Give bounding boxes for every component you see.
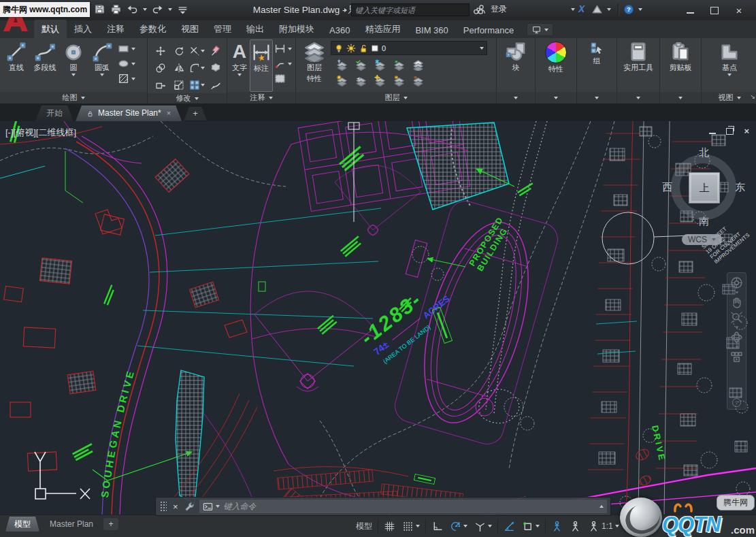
stretch-button[interactable] — [151, 76, 169, 93]
fillet-button[interactable] — [188, 59, 206, 76]
object-snap-tracking-button[interactable] — [500, 517, 519, 535]
a360-caret-icon[interactable] — [607, 8, 611, 11]
sign-in-area[interactable]: 登录 — [476, 3, 575, 15]
maximize-icon[interactable] — [710, 7, 719, 14]
tab-view[interactable]: 视图 — [174, 20, 206, 38]
sign-in-label[interactable]: 登录 — [491, 3, 507, 15]
annotation-panel-label[interactable]: 注释 — [227, 92, 295, 103]
erase-button[interactable] — [206, 42, 225, 59]
ribbon-display-toggle[interactable] — [527, 23, 553, 36]
linear-dimension-button[interactable] — [274, 43, 292, 54]
viewcube-north[interactable]: 北 — [699, 146, 709, 159]
hatch-button[interactable] — [118, 73, 135, 84]
viewcube-east[interactable]: 东 — [735, 181, 745, 194]
file-tab-start[interactable]: 开始 — [35, 105, 73, 121]
circle-caret-icon[interactable] — [71, 74, 76, 76]
group-button[interactable]: 组 — [582, 39, 611, 92]
redo-icon[interactable] — [152, 3, 163, 15]
help-caret-icon[interactable] — [638, 8, 642, 11]
layer-states-icon[interactable] — [412, 59, 424, 71]
drawing-close-icon[interactable]: × — [744, 128, 749, 135]
command-line[interactable]: × — [155, 497, 611, 516]
leader-button[interactable] — [274, 58, 292, 69]
layer-match-icon[interactable] — [355, 59, 367, 71]
layer-current-icon[interactable] — [355, 75, 367, 86]
model-space-canvas[interactable]: SOUHEGAN DRIVE — [0, 121, 756, 515]
viewcube-top-face[interactable]: 上 — [689, 172, 720, 204]
modify-panel-label[interactable]: 修改 — [148, 93, 227, 103]
arc-button[interactable]: 圆弧 — [88, 39, 116, 92]
minimize-icon[interactable] — [687, 12, 694, 14]
utilities-button[interactable]: 实用工具 — [619, 39, 657, 92]
explode-button[interactable] — [206, 59, 225, 76]
text-caret-icon[interactable] — [237, 74, 242, 76]
line-button[interactable]: 直线 — [2, 39, 31, 92]
model-space-button[interactable]: 模型 — [352, 517, 376, 535]
base-point-button[interactable]: 基点 — [715, 39, 744, 92]
redo-dropdown-caret-icon[interactable] — [168, 8, 172, 11]
layer-thaw-all-icon[interactable] — [374, 75, 386, 86]
annotation-visibility-button[interactable] — [548, 517, 566, 535]
trim-button[interactable] — [188, 42, 206, 59]
a360-connectivity-icon[interactable] — [591, 3, 603, 15]
ortho-button[interactable] — [428, 517, 446, 535]
draw-panel-label[interactable]: 绘图 — [0, 92, 147, 103]
command-history-caret-icon[interactable] — [599, 505, 604, 508]
viewcube-south[interactable]: 南 — [699, 215, 709, 228]
undo-icon[interactable] — [127, 3, 138, 15]
annotation-scale-button[interactable]: 1:1 — [585, 517, 623, 535]
layer-select[interactable]: 0 — [331, 41, 487, 55]
tab-annotate[interactable]: 注释 — [99, 20, 132, 38]
new-drawing-tab-button[interactable]: + — [184, 107, 207, 120]
base-point-caret-icon[interactable] — [727, 74, 732, 76]
blocks-panel-label[interactable] — [497, 92, 535, 103]
tab-insert[interactable]: 插入 — [67, 20, 99, 38]
dimension-button[interactable]: 标注 — [250, 39, 273, 92]
layer-off-icon[interactable] — [336, 75, 348, 86]
blocks-button[interactable]: 块 — [502, 39, 530, 92]
search-input[interactable] — [351, 3, 470, 16]
layer-unlock2-icon[interactable] — [393, 75, 405, 86]
rotate-button[interactable] — [169, 42, 188, 59]
orbit-caret-icon[interactable] — [735, 346, 738, 348]
zoom-extents-icon[interactable] — [730, 311, 743, 324]
wcs-menu[interactable]: WCS — [682, 234, 722, 245]
command-customize-icon[interactable] — [184, 502, 195, 512]
recent-commands-caret-icon[interactable] — [216, 505, 220, 508]
copy-button[interactable] — [151, 59, 169, 76]
object-snap-button[interactable] — [519, 517, 543, 535]
layer-properties-button[interactable]: 图层 特性 — [298, 39, 331, 92]
save-icon[interactable] — [94, 3, 105, 15]
tab-featured-apps[interactable]: 精选应用 — [357, 20, 408, 38]
command-input-area[interactable] — [199, 500, 607, 513]
qat-customize-icon[interactable] — [177, 3, 188, 15]
tab-bim360[interactable]: BIM 360 — [408, 22, 455, 38]
layers-panel-label[interactable]: 图层 — [296, 92, 496, 103]
command-input[interactable] — [223, 501, 597, 512]
file-tab-close-icon[interactable]: × — [167, 105, 171, 121]
array-button[interactable] — [188, 76, 206, 93]
showmotion-icon[interactable] — [730, 351, 743, 363]
navbar-customize-icon[interactable]: – — [732, 398, 741, 407]
viewport-controls[interactable]: [-][俯视][二维线框] — [5, 127, 76, 139]
polyline-button[interactable]: 多段线 — [31, 39, 59, 92]
command-drag-handle-icon[interactable] — [160, 501, 167, 512]
close-icon[interactable]: × — [734, 6, 744, 14]
grid-display-button[interactable] — [380, 517, 399, 535]
layer-delete-icon[interactable] — [412, 75, 424, 86]
pan-icon[interactable] — [730, 296, 743, 309]
tab-output[interactable]: 输出 — [239, 20, 272, 38]
clipboard-button[interactable]: 剪贴板 — [662, 39, 699, 92]
search-expand-icon[interactable] — [344, 8, 347, 12]
groups-panel-label[interactable] — [577, 92, 617, 103]
layout-tab-master-plan[interactable]: Master Plan — [41, 517, 102, 532]
autodesk-exchange-icon[interactable]: X — [576, 3, 587, 15]
plot-icon[interactable] — [110, 3, 122, 15]
clipboard-panel-label[interactable] — [660, 92, 701, 103]
undo-dropdown-caret-icon[interactable] — [143, 8, 147, 11]
new-layout-button[interactable]: + — [103, 518, 118, 530]
view-panel-label[interactable]: 视图↘ — [702, 92, 756, 103]
text-button[interactable]: A文字 — [229, 39, 250, 92]
sign-in-caret-icon[interactable] — [571, 8, 575, 11]
move-button[interactable] — [151, 42, 169, 59]
